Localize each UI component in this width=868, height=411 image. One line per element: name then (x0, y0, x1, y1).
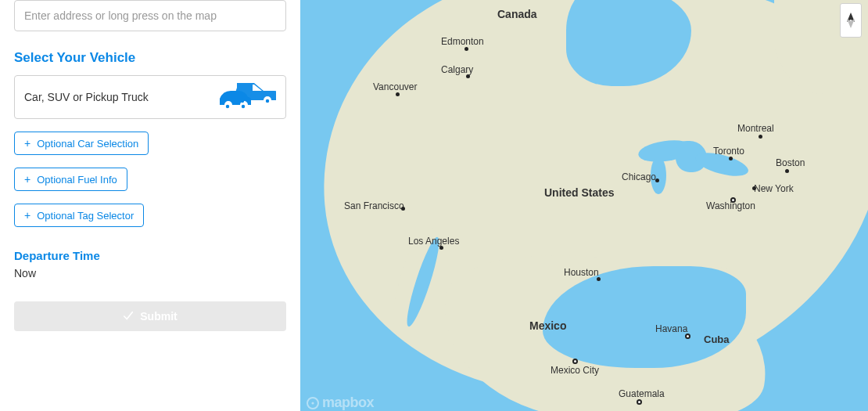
city-marker (396, 92, 400, 96)
svg-point-5 (226, 105, 229, 108)
optional-car-selection-label: Optional Car Selection (37, 138, 138, 150)
city-marker (466, 74, 470, 78)
optional-tag-selector-button[interactable]: + Optional Tag Selector (14, 204, 144, 227)
departure-time-value[interactable]: Now (14, 267, 286, 279)
plus-icon: + (24, 174, 30, 185)
select-vehicle-title: Select Your Vehicle (14, 50, 286, 66)
optional-fuel-info-label: Optional Fuel Info (37, 174, 117, 186)
vehicle-selector[interactable]: Car, SUV or Pickup Truck (14, 75, 286, 119)
city-marker (655, 178, 659, 182)
city-marker (597, 277, 601, 281)
svg-point-7 (242, 105, 245, 108)
optional-fuel-info-button[interactable]: + Optional Fuel Info (14, 168, 127, 191)
optional-tag-selector-label: Optional Tag Selector (37, 210, 134, 222)
water (651, 157, 666, 194)
address-input[interactable] (14, 0, 286, 31)
attribution-text: mapbox (322, 395, 374, 411)
city-marker (785, 169, 789, 173)
capital-marker (572, 359, 578, 364)
compass-reset-north[interactable] (840, 3, 862, 38)
car-suv-truck-icon (218, 83, 276, 111)
map-canvas[interactable]: CanadaUnited StatesMexicoCubaEdmontonCal… (300, 0, 868, 411)
city-marker (752, 186, 756, 190)
route-sidebar: Select Your Vehicle Car, SUV or Pickup T… (0, 0, 300, 411)
svg-point-3 (266, 99, 269, 103)
city-marker (401, 207, 405, 211)
compass-arrow-icon (845, 11, 856, 30)
city-marker (759, 135, 762, 139)
city-marker (464, 47, 468, 51)
submit-button[interactable]: Submit (14, 301, 286, 331)
submit-label: Submit (140, 310, 177, 323)
vehicle-label: Car, SUV or Pickup Truck (24, 91, 149, 103)
check-icon (123, 311, 134, 322)
city-marker (439, 246, 443, 250)
city-marker (729, 157, 733, 160)
svg-point-8 (311, 402, 314, 404)
capital-marker (637, 399, 642, 405)
plus-icon: + (24, 210, 30, 221)
departure-time-title: Departure Time (14, 249, 286, 262)
capital-marker (685, 333, 690, 339)
capital-marker (730, 197, 736, 203)
mapbox-logo-icon (307, 397, 319, 409)
optional-car-selection-button[interactable]: + Optional Car Selection (14, 132, 149, 155)
map-attribution: mapbox (307, 395, 374, 411)
plus-icon: + (24, 138, 30, 149)
